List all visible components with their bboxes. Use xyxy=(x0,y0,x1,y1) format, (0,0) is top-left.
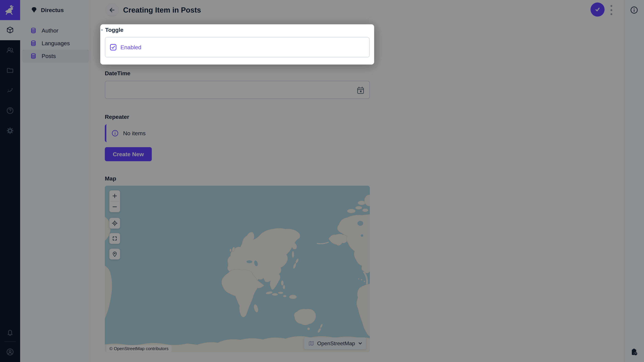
toggle-input[interactable]: Enabled xyxy=(105,37,370,57)
check-icon xyxy=(111,45,116,49)
toggle-field-label: Toggle xyxy=(105,26,124,33)
enabled-checkbox[interactable] xyxy=(110,44,116,50)
enabled-checkbox-label[interactable]: Enabled xyxy=(120,44,142,51)
toggle-field-spotlight: Toggle Enabled xyxy=(100,24,374,64)
